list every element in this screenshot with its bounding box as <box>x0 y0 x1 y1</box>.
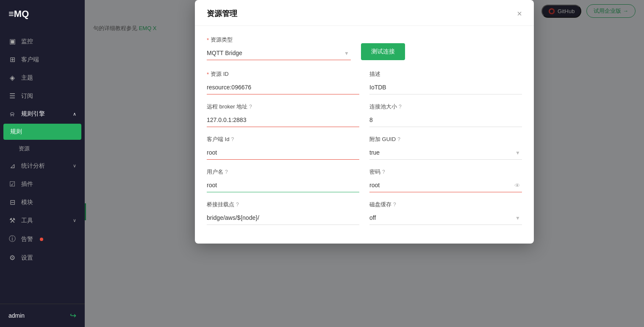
client-id-group: 客户端 Id ? <box>207 136 359 160</box>
broker-addr-label: 远程 broker 地址 ? <box>207 103 359 111</box>
sidebar-item-subscribe[interactable]: ☰ 订阅 <box>0 87 85 105</box>
sidebar-item-plugins-label: 插件 <box>21 180 33 188</box>
sidebar-item-topic[interactable]: ◈ 主题 <box>0 69 85 87</box>
username-label-text: 用户名 <box>207 168 223 176</box>
resource-type-group: * 资源类型 MQTT Bridge ▼ <box>207 36 351 60</box>
resource-id-required: * <box>207 71 209 78</box>
sidebar-item-client-label: 客户端 <box>21 56 39 64</box>
sidebar-item-monitor[interactable]: ▣ 监控 <box>0 32 85 50</box>
pool-size-group: 连接池大小 ? <box>369 103 522 127</box>
client-id-label-text: 客户端 Id <box>207 136 229 143</box>
broker-addr-help-icon[interactable]: ? <box>249 104 252 110</box>
description-label-text: 描述 <box>369 70 380 78</box>
resource-id-input[interactable] <box>207 80 359 94</box>
append-guid-label-text: 附加 GUID <box>369 136 396 143</box>
sidebar-item-rule-engine[interactable]: ⍾ 规则引擎 ∧ <box>0 105 85 123</box>
append-guid-group: 附加 GUID ? true false ▼ <box>369 136 522 160</box>
resource-type-select[interactable]: MQTT Bridge <box>207 46 351 60</box>
description-input[interactable] <box>369 80 522 94</box>
sidebar-item-resources[interactable]: 资源 <box>0 141 85 157</box>
mount-point-label: 桥接挂载点 ? <box>207 201 359 208</box>
sidebar-item-client[interactable]: ⊞ 客户端 <box>0 50 85 69</box>
disk-cache-select-wrapper: off on ▼ <box>369 211 522 225</box>
modal-body: * 资源类型 MQTT Bridge ▼ 测试连接 <box>195 26 534 244</box>
sidebar: ≡MQ ▣ 监控 ⊞ 客户端 ◈ 主题 ☰ 订阅 ⍾ 规则引擎 ∧ 规则 资源 <box>0 0 85 327</box>
password-label: 密码 ? <box>369 168 522 176</box>
resource-type-label: * 资源类型 <box>207 36 351 44</box>
rule-engine-icon: ⍾ <box>8 110 16 118</box>
append-guid-help-icon[interactable]: ? <box>397 136 400 142</box>
modal-overlay: 资源管理 × * 资源类型 MQTT Bridge <box>85 0 644 327</box>
alerts-icon: ⓘ <box>8 235 16 244</box>
append-guid-label: 附加 GUID ? <box>369 136 522 143</box>
mount-disk-row: 桥接挂载点 ? 磁盘缓存 ? off on <box>207 201 522 225</box>
plugins-icon: ☑ <box>8 180 16 188</box>
resource-modal: 资源管理 × * 资源类型 MQTT Bridge <box>195 0 534 244</box>
tools-arrow: ∨ <box>73 218 76 223</box>
broker-addr-input[interactable] <box>207 113 359 127</box>
sidebar-item-alerts[interactable]: ⓘ 告警 <box>0 230 85 249</box>
client-guid-row: 客户端 Id ? 附加 GUID ? true <box>207 136 522 160</box>
disk-cache-help-icon[interactable]: ? <box>393 202 396 208</box>
sidebar-item-modules[interactable]: ⊟ 模块 <box>0 193 85 211</box>
modal-close-button[interactable]: × <box>517 9 522 18</box>
settings-icon: ⚙ <box>8 254 16 262</box>
sidebar-item-topic-label: 主题 <box>21 74 33 82</box>
sidebar-item-settings[interactable]: ⚙ 设置 <box>0 249 85 267</box>
mount-point-help-icon[interactable]: ? <box>236 202 239 208</box>
resource-id-group: * 资源 ID <box>207 70 359 94</box>
sidebar-item-plugins[interactable]: ☑ 插件 <box>0 175 85 193</box>
topic-icon: ◈ <box>8 74 16 82</box>
password-group: 密码 ? 👁 <box>369 168 522 192</box>
monitor-icon: ▣ <box>8 37 16 45</box>
sidebar-item-settings-label: 设置 <box>21 254 33 262</box>
client-id-label: 客户端 Id ? <box>207 136 359 143</box>
password-help-icon[interactable]: ? <box>382 169 385 175</box>
append-guid-select[interactable]: true false <box>369 146 522 160</box>
sidebar-item-rules[interactable]: 规则 <box>3 124 81 140</box>
test-connection-button[interactable]: 测试连接 <box>361 43 405 60</box>
tools-icon: ⚒ <box>8 216 16 224</box>
broker-pool-row: 远程 broker 地址 ? 连接池大小 ? <box>207 103 522 127</box>
main-content: ⭕ GitHub 试用企业版 → 句的详细教程参见 EMQ X 资源管理 × * <box>85 0 644 327</box>
sidebar-item-rules-label: 规则 <box>10 128 22 136</box>
username-label: 用户名 ? <box>207 168 359 176</box>
sidebar-item-stats[interactable]: ⊿ 统计分析 ∨ <box>0 157 85 175</box>
sidebar-item-rule-engine-label: 规则引擎 <box>21 110 45 118</box>
pool-size-label-text: 连接池大小 <box>369 103 397 111</box>
username-input[interactable] <box>207 178 359 192</box>
emq-logo: ≡MQ <box>8 8 29 19</box>
sidebar-bottom: admin ↪ <box>0 304 85 327</box>
username-help-icon[interactable]: ? <box>225 169 228 175</box>
password-input[interactable] <box>369 178 522 192</box>
sidebar-item-subscribe-label: 订阅 <box>21 92 33 100</box>
pool-size-input[interactable] <box>369 113 522 127</box>
broker-addr-label-text: 远程 broker 地址 <box>207 103 247 111</box>
stats-arrow: ∨ <box>73 163 76 169</box>
mount-point-group: 桥接挂载点 ? <box>207 201 359 225</box>
resource-type-label-text: 资源类型 <box>211 36 233 44</box>
resource-type-select-wrapper: MQTT Bridge ▼ <box>207 46 351 60</box>
sidebar-item-tools-label: 工具 <box>21 217 33 224</box>
client-id-input[interactable] <box>207 146 359 160</box>
description-group: 描述 <box>369 70 522 94</box>
sidebar-item-resources-label: 资源 <box>19 145 30 152</box>
alerts-badge <box>40 238 43 241</box>
logo: ≡MQ <box>0 0 85 28</box>
mount-point-input[interactable] <box>207 211 359 225</box>
resource-id-label: * 资源 ID <box>207 70 359 78</box>
sidebar-item-alerts-label: 告警 <box>21 236 33 243</box>
disk-cache-label-text: 磁盘缓存 <box>369 201 391 208</box>
mount-point-label-text: 桥接挂载点 <box>207 201 234 208</box>
disk-cache-select[interactable]: off on <box>369 211 522 225</box>
append-guid-select-wrapper: true false ▼ <box>369 146 522 160</box>
modal-title: 资源管理 <box>207 8 237 19</box>
modules-icon: ⊟ <box>8 198 16 206</box>
password-label-text: 密码 <box>369 168 380 176</box>
sidebar-item-tools[interactable]: ⚒ 工具 ∨ <box>0 211 85 230</box>
pool-size-help-icon[interactable]: ? <box>399 104 402 110</box>
password-eye-icon[interactable]: 👁 <box>514 182 520 189</box>
client-id-help-icon[interactable]: ? <box>231 136 234 142</box>
logout-icon[interactable]: ↪ <box>70 311 76 320</box>
resource-id-label-text: 资源 ID <box>211 70 229 78</box>
